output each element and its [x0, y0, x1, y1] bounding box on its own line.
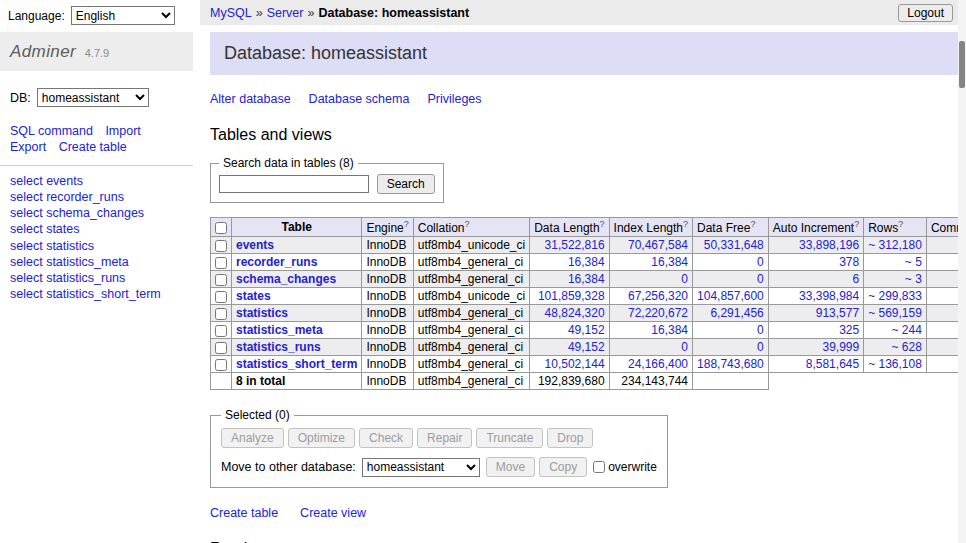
sidebar-select-link[interactable]: select statistics_short_term [10, 286, 183, 302]
table-name-link[interactable]: schema_changes [236, 272, 336, 286]
help-link[interactable]: ? [683, 219, 688, 229]
sidebar-select-link[interactable]: select statistics_runs [10, 270, 183, 286]
sidebar-link-import[interactable]: Import [105, 124, 140, 138]
sidebar-link-create-table[interactable]: Create table [59, 140, 127, 154]
auto-increment-link[interactable]: 33,398,984 [799, 289, 859, 303]
row-checkbox[interactable] [215, 291, 227, 303]
breadcrumb-link-mysql[interactable]: MySQL [210, 6, 252, 20]
row-checkbox[interactable] [215, 274, 227, 286]
data-free-link[interactable]: 6,291,456 [710, 306, 763, 320]
data-free-link[interactable]: 188,743,680 [697, 357, 764, 371]
auto-increment-link[interactable]: 913,577 [816, 306, 859, 320]
table-name-link[interactable]: statistics_runs [236, 340, 321, 354]
move-database-select[interactable]: homeassistant [362, 458, 480, 477]
rows-count-link[interactable]: ~ 3 [905, 272, 922, 286]
data-free-link[interactable]: 0 [757, 323, 764, 337]
database-action-link[interactable]: Database schema [309, 92, 410, 106]
rows-count-link[interactable]: ~ 628 [892, 340, 922, 354]
rows-count-link[interactable]: ~ 299,833 [868, 289, 922, 303]
selected-action-button[interactable]: Truncate [476, 428, 543, 448]
data-length-link[interactable]: 16,384 [568, 272, 605, 286]
search-input[interactable] [219, 175, 369, 193]
sidebar-select-link[interactable]: select statistics [10, 238, 183, 254]
data-free-link[interactable]: 50,331,648 [704, 238, 764, 252]
sidebar-select-link[interactable]: select statistics_meta [10, 254, 183, 270]
index-length-link[interactable]: 16,384 [651, 323, 688, 337]
selected-action-button[interactable]: Repair [417, 428, 472, 448]
data-length-link[interactable]: 31,522,816 [545, 238, 605, 252]
selected-action-button[interactable]: Optimize [288, 428, 355, 448]
index-length-link[interactable]: 72,220,672 [628, 306, 688, 320]
rows-count-link[interactable]: ~ 569,159 [868, 306, 922, 320]
table-name-link[interactable]: states [236, 289, 271, 303]
data-free-link[interactable]: 0 [757, 340, 764, 354]
index-length-link[interactable]: 16,384 [651, 255, 688, 269]
search-button[interactable]: Search [377, 174, 435, 194]
row-checkbox[interactable] [215, 308, 227, 320]
table-name-link[interactable]: statistics [236, 306, 288, 320]
move-copy-button[interactable]: Copy [539, 457, 587, 477]
table-name-link[interactable]: recorder_runs [236, 255, 317, 269]
auto-increment-link[interactable]: 39,999 [822, 340, 859, 354]
logout-button[interactable]: Logout [898, 4, 953, 22]
data-length-link[interactable]: 16,384 [568, 255, 605, 269]
table-name-link[interactable]: events [236, 238, 274, 252]
help-link[interactable]: ? [464, 219, 469, 229]
sidebar-link-export[interactable]: Export [10, 140, 46, 154]
row-checkbox[interactable] [215, 342, 227, 354]
rows-count-link[interactable]: ~ 136,108 [868, 357, 922, 371]
help-link[interactable]: ? [750, 219, 755, 229]
index-length-link[interactable]: 67,256,320 [628, 289, 688, 303]
selected-action-button[interactable]: Check [359, 428, 413, 448]
row-checkbox[interactable] [215, 325, 227, 337]
sidebar-select-link[interactable]: select states [10, 221, 183, 237]
selected-action-button[interactable]: Analyze [221, 428, 284, 448]
auto-increment-link[interactable]: 33,898,196 [799, 238, 859, 252]
auto-increment-link[interactable]: 6 [852, 272, 859, 286]
row-checkbox[interactable] [215, 240, 227, 252]
overwrite-checkbox[interactable] [593, 461, 605, 473]
data-length-link[interactable]: 49,152 [568, 340, 605, 354]
scrollbar-thumb[interactable] [959, 41, 965, 88]
row-checkbox[interactable] [215, 359, 227, 371]
help-link[interactable]: ? [600, 219, 605, 229]
help-link[interactable]: ? [898, 219, 903, 229]
selected-action-button[interactable]: Drop [547, 428, 593, 448]
auto-increment-link[interactable]: 325 [839, 323, 859, 337]
data-free-link[interactable]: 104,857,600 [697, 289, 764, 303]
index-length-link[interactable]: 70,467,584 [628, 238, 688, 252]
row-checkbox[interactable] [215, 257, 227, 269]
index-length-link[interactable]: 0 [681, 340, 688, 354]
breadcrumb-link-server[interactable]: Server [267, 6, 304, 20]
help-link[interactable]: ? [854, 219, 859, 229]
select-all-checkbox[interactable] [215, 222, 227, 234]
rows-count-link[interactable]: ~ 244 [892, 323, 922, 337]
database-action-link[interactable]: Alter database [210, 92, 291, 106]
database-action-link[interactable]: Privileges [427, 92, 481, 106]
data-length-link[interactable]: 49,152 [568, 323, 605, 337]
create-link[interactable]: Create table [210, 506, 278, 520]
data-length-link[interactable]: 10,502,144 [545, 357, 605, 371]
data-length-link[interactable]: 48,824,320 [545, 306, 605, 320]
language-select[interactable]: English [71, 6, 175, 25]
rows-count-link[interactable]: ~ 5 [905, 255, 922, 269]
create-link[interactable]: Create view [300, 506, 366, 520]
data-free-link[interactable]: 0 [757, 272, 764, 286]
data-length-link[interactable]: 101,859,328 [538, 289, 605, 303]
sidebar-select-link[interactable]: select schema_changes [10, 205, 183, 221]
auto-increment-link[interactable]: 8,581,645 [806, 357, 859, 371]
table-name-link[interactable]: statistics_short_term [236, 357, 357, 371]
db-select[interactable]: homeassistant [37, 88, 149, 107]
index-length-link[interactable]: 24,166,400 [628, 357, 688, 371]
scrollbar-track[interactable] [958, 0, 966, 543]
sidebar-select-link[interactable]: select events [10, 173, 183, 189]
auto-increment-link[interactable]: 378 [839, 255, 859, 269]
sidebar-select-link[interactable]: select recorder_runs [10, 189, 183, 205]
data-free-link[interactable]: 0 [757, 255, 764, 269]
rows-count-link[interactable]: ~ 312,180 [868, 238, 922, 252]
sidebar-link-sql-command[interactable]: SQL command [10, 124, 93, 138]
move-copy-button[interactable]: Move [486, 457, 535, 477]
help-link[interactable]: ? [404, 219, 409, 229]
table-name-link[interactable]: statistics_meta [236, 323, 323, 337]
index-length-link[interactable]: 0 [681, 272, 688, 286]
